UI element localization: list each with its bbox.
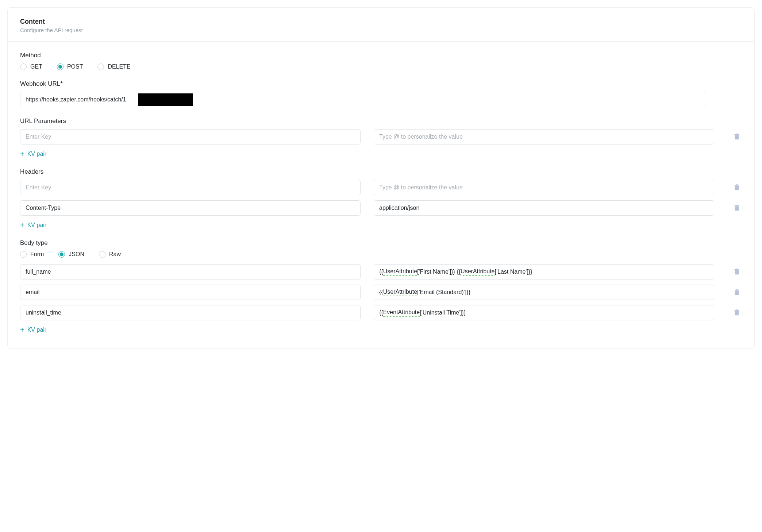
delete-row-button[interactable] xyxy=(732,132,742,142)
svg-rect-9 xyxy=(735,270,739,274)
trash-icon xyxy=(734,184,740,191)
svg-rect-10 xyxy=(734,269,739,270)
body-key-input[interactable] xyxy=(20,305,361,320)
svg-rect-4 xyxy=(734,185,739,186)
panel-subtitle: Configure the API request xyxy=(20,27,742,33)
header-value-input[interactable] xyxy=(374,200,714,216)
trash-icon xyxy=(734,309,740,316)
svg-rect-14 xyxy=(736,289,738,289)
trash-icon xyxy=(734,269,740,275)
radio-label: Form xyxy=(30,251,44,258)
plus-icon: + xyxy=(20,221,24,229)
body-type-radio-json[interactable]: JSON xyxy=(58,251,84,258)
svg-rect-7 xyxy=(734,205,739,206)
delete-row-button[interactable] xyxy=(732,308,742,318)
svg-rect-11 xyxy=(736,269,738,269)
svg-rect-12 xyxy=(735,290,739,295)
radio-icon xyxy=(97,63,104,70)
body-value-input[interactable]: {{EventAttribute['Uninstall Time']}} xyxy=(374,305,714,320)
headers-label: Headers xyxy=(20,168,742,176)
value-text: ['First Name']}} {{ xyxy=(417,269,461,275)
radio-label: POST xyxy=(67,63,83,70)
svg-rect-0 xyxy=(735,135,739,139)
value-text: ['Uninstall Time']}} xyxy=(420,309,466,316)
radio-label: GET xyxy=(30,63,42,70)
webhook-url-label: Webhook URL* xyxy=(20,80,742,88)
trash-icon xyxy=(734,134,740,140)
template-token: UserAttribute xyxy=(383,289,417,296)
body-row: {{UserAttribute['First Name']}} {{UserAt… xyxy=(20,264,742,280)
svg-rect-1 xyxy=(734,134,739,135)
header-key-input[interactable] xyxy=(20,180,361,195)
panel-header: Content Configure the API request xyxy=(8,8,754,42)
header-key-input[interactable] xyxy=(20,200,361,216)
webhook-url-wrap xyxy=(20,92,706,107)
svg-rect-15 xyxy=(735,311,739,315)
plus-icon: + xyxy=(20,150,24,158)
radio-icon xyxy=(20,251,27,258)
method-radio-group: GETPOSTDELETE xyxy=(20,63,742,70)
template-token: UserAttribute xyxy=(383,268,417,276)
svg-rect-8 xyxy=(736,205,738,205)
template-token: UserAttribute xyxy=(461,268,494,276)
webhook-url-input[interactable] xyxy=(20,92,706,107)
template-token: EventAttribute xyxy=(383,309,420,317)
method-radio-post[interactable]: POST xyxy=(57,63,83,70)
body-type-label: Body type xyxy=(20,239,742,247)
add-url-param-button[interactable]: + KV pair xyxy=(20,150,46,158)
svg-rect-2 xyxy=(736,134,738,134)
svg-rect-17 xyxy=(736,309,738,310)
header-row xyxy=(20,180,742,195)
url-param-value-input[interactable] xyxy=(374,129,714,144)
add-header-button[interactable]: + KV pair xyxy=(20,221,46,229)
method-label: Method xyxy=(20,52,742,59)
header-value-input[interactable] xyxy=(374,180,714,195)
add-header-label: KV pair xyxy=(27,222,46,228)
body-value-input[interactable]: {{UserAttribute['First Name']}} {{UserAt… xyxy=(374,264,714,280)
body-type-radio-raw[interactable]: Raw xyxy=(99,251,121,258)
value-text: ['Email (Standard)']}} xyxy=(417,289,470,296)
trash-icon xyxy=(734,289,740,296)
delete-row-button[interactable] xyxy=(732,182,742,193)
method-radio-get[interactable]: GET xyxy=(20,63,42,70)
add-url-param-label: KV pair xyxy=(27,151,46,157)
value-text: {{ xyxy=(379,269,383,275)
body-key-input[interactable] xyxy=(20,285,361,300)
body-row: {{EventAttribute['Uninstall Time']}} xyxy=(20,305,742,320)
radio-icon xyxy=(58,251,65,258)
radio-icon xyxy=(57,63,64,70)
url-parameters-label: URL Parameters xyxy=(20,117,742,125)
radio-label: DELETE xyxy=(108,63,130,70)
url-param-row xyxy=(20,129,742,144)
panel-title: Content xyxy=(20,18,742,26)
delete-row-button[interactable] xyxy=(732,203,742,213)
add-body-kv-button[interactable]: + KV pair xyxy=(20,326,46,334)
panel-body: Method GETPOSTDELETE Webhook URL* URL Pa… xyxy=(8,42,754,348)
add-body-kv-label: KV pair xyxy=(27,327,46,333)
value-text: ['Last Name']}} xyxy=(494,269,532,275)
svg-rect-6 xyxy=(735,206,739,211)
delete-row-button[interactable] xyxy=(732,287,742,297)
radio-icon xyxy=(99,251,105,258)
value-text: {{ xyxy=(379,309,383,316)
method-radio-delete[interactable]: DELETE xyxy=(97,63,130,70)
svg-rect-3 xyxy=(735,186,739,190)
svg-rect-16 xyxy=(734,310,739,311)
body-key-input[interactable] xyxy=(20,264,361,280)
body-value-input[interactable]: {{UserAttribute['Email (Standard)']}} xyxy=(374,285,714,300)
body-type-radio-group: FormJSONRaw xyxy=(20,251,742,258)
radio-label: Raw xyxy=(109,251,121,258)
radio-icon xyxy=(20,63,27,70)
value-text: {{ xyxy=(379,289,383,296)
header-row xyxy=(20,200,742,216)
content-panel: Content Configure the API request Method… xyxy=(7,7,755,349)
delete-row-button[interactable] xyxy=(732,267,742,277)
body-row: {{UserAttribute['Email (Standard)']}} xyxy=(20,285,742,300)
body-type-radio-form[interactable]: Form xyxy=(20,251,44,258)
svg-rect-5 xyxy=(736,184,738,185)
svg-rect-13 xyxy=(734,290,739,290)
plus-icon: + xyxy=(20,326,24,334)
url-param-key-input[interactable] xyxy=(20,129,361,144)
trash-icon xyxy=(734,205,740,211)
radio-label: JSON xyxy=(69,251,84,258)
